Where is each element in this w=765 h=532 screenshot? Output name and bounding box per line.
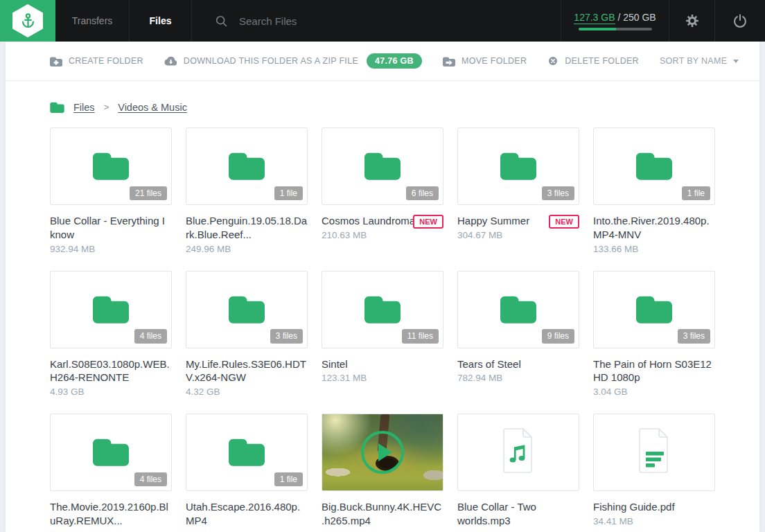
download-zip-button[interactable]: DOWNLOAD THIS FOLDER AS A ZIP FILE 47.76…: [164, 53, 422, 69]
file-name[interactable]: Fishing Guide.pdf: [593, 500, 715, 514]
file-meta: The Pain of Horn S03E12 HD 1080p 3.04 GB: [593, 357, 715, 398]
file-name[interactable]: Sintel: [322, 357, 443, 371]
storage-text: 127.3 GB / 250 GB: [574, 12, 656, 23]
settings-button[interactable]: [669, 0, 715, 42]
new-badge: NEW: [549, 215, 579, 229]
file-name[interactable]: The.Movie.2019.2160p.BluRay.REMUX...: [50, 500, 172, 528]
search-input[interactable]: [239, 15, 530, 27]
file-meta: Happy Summer NEW 304.67 MB: [457, 214, 579, 240]
file-name[interactable]: Blue.Penguin.19.05.18.Dark.Blue.Reef...: [186, 214, 308, 242]
folder-icon: [50, 101, 64, 113]
file-card[interactable]: 3 files: [593, 271, 715, 348]
file-count-badge: 4 files: [134, 329, 167, 343]
file-count-badge: 6 files: [406, 186, 439, 200]
file-count-badge: 9 files: [542, 329, 574, 343]
create-folder-label: CREATE FOLDER: [69, 56, 143, 66]
file-grid-item: 4 files The.Movie.2019.2160p.BluRay.REMU…: [50, 414, 172, 532]
storage-meter[interactable]: 127.3 GB / 250 GB: [561, 0, 669, 42]
move-folder-button[interactable]: MOVE FOLDER: [443, 56, 527, 66]
sort-label: SORT BY NAME: [660, 56, 727, 66]
file-size: 304.67 MB: [457, 230, 579, 240]
file-count-badge: 3 files: [678, 329, 710, 343]
anchor-icon: [19, 12, 37, 30]
file-card[interactable]: 4 files: [50, 271, 172, 348]
file-meta: Big.Buck.Bunny.4K.HEVC.h265.mp4: [322, 500, 443, 528]
content-container: CREATE FOLDER DOWNLOAD THIS FOLDER AS A …: [6, 42, 759, 532]
create-folder-button[interactable]: CREATE FOLDER: [50, 56, 143, 66]
file-meta: Cosmos Laundromat NEW 210.63 MB: [322, 214, 443, 240]
folder-icon: [229, 293, 265, 326]
file-card[interactable]: 9 files: [457, 271, 579, 348]
file-card[interactable]: [593, 414, 715, 491]
file-name[interactable]: Blue Collar - Two worlds.mp3: [457, 500, 579, 528]
file-name[interactable]: Karl.S08E03.1080p.WEB.H264-RENONTE: [50, 357, 172, 385]
file-name[interactable]: Utah.Escape.2016.480p.MP4: [186, 500, 308, 528]
file-size: 4.93 GB: [50, 387, 172, 397]
file-grid-item: Fishing Guide.pdf 34.41 MB: [593, 414, 715, 532]
file-card[interactable]: 3 files: [186, 271, 308, 348]
file-size: 782.94 MB: [457, 373, 579, 383]
delete-folder-label: DELETE FOLDER: [565, 56, 639, 66]
power-button[interactable]: [715, 0, 765, 42]
file-grid-item: Big.Buck.Bunny.4K.HEVC.h265.mp4: [322, 414, 443, 532]
file-name[interactable]: The Pain of Horn S03E12 HD 1080p: [593, 357, 715, 385]
storage-total: 250 GB: [623, 12, 656, 23]
file-name[interactable]: Big.Buck.Bunny.4K.HEVC.h265.mp4: [322, 500, 443, 528]
file-meta: Fishing Guide.pdf 34.41 MB: [593, 500, 715, 526]
breadcrumb-root-link[interactable]: Files: [73, 102, 95, 113]
file-name[interactable]: Blue Collar - Everything I know: [50, 214, 172, 242]
file-meta: Tears of Steel 782.94 MB: [457, 357, 579, 384]
file-card[interactable]: 11 files: [322, 271, 443, 348]
tab-transfers[interactable]: Transfers: [55, 0, 130, 42]
storage-used: 127.3 GB: [574, 12, 615, 24]
file-grid-item: 1 file Blue.Penguin.19.05.18.Dark.Blue.R…: [186, 127, 308, 254]
folder-icon: [229, 150, 265, 183]
file-meta: Sintel 123.31 MB: [322, 357, 443, 384]
file-meta: Utah.Escape.2016.480p.MP4 343.03 MB: [186, 500, 308, 532]
file-grid-item: 21 files Blue Collar - Everything I know…: [50, 127, 172, 254]
file-meta: Blue Collar - Everything I know 932.94 M…: [50, 214, 172, 254]
file-card[interactable]: 6 files: [322, 127, 443, 205]
file-meta: My.Life.Rules.S3E06.HDTV.x264-NGW 4.32 G…: [186, 357, 308, 398]
file-card[interactable]: 1 file: [593, 127, 715, 205]
file-meta: Blue Collar - Two worlds.mp3 6.63 MB: [457, 500, 579, 532]
file-count-badge: 3 files: [542, 186, 574, 200]
file-meta: Karl.S08E03.1080p.WEB.H264-RENONTE 4.93 …: [50, 357, 172, 398]
file-grid-item: 11 files Sintel 123.31 MB: [322, 271, 443, 398]
file-card[interactable]: 1 file: [186, 127, 308, 205]
file-name[interactable]: Tears of Steel: [457, 357, 579, 371]
file-name[interactable]: My.Life.Rules.S3E06.HDTV.x264-NGW: [186, 357, 308, 385]
play-icon: [361, 431, 404, 474]
move-folder-label: MOVE FOLDER: [461, 56, 527, 66]
pdf-file-icon: [635, 427, 673, 477]
file-card[interactable]: 3 files: [457, 127, 579, 205]
file-count-badge: 4 files: [134, 472, 167, 486]
folder-plus-icon: [50, 56, 62, 66]
power-icon: [732, 13, 748, 28]
sort-dropdown[interactable]: SORT BY NAME: [660, 56, 739, 66]
delete-folder-button[interactable]: DELETE FOLDER: [547, 55, 639, 66]
toolbar: CREATE FOLDER DOWNLOAD THIS FOLDER AS A …: [6, 42, 759, 81]
file-size: 3.04 GB: [593, 387, 715, 397]
folder-icon: [364, 293, 401, 326]
video-thumbnail: [322, 414, 443, 490]
file-size: 4.32 GB: [186, 387, 308, 397]
file-card[interactable]: [457, 414, 579, 491]
file-grid: 21 files Blue Collar - Everything I know…: [6, 113, 759, 532]
file-count-badge: 11 files: [402, 329, 439, 343]
cloud-download-icon: [164, 56, 177, 66]
file-count-badge: 1 file: [274, 472, 303, 486]
gear-icon: [685, 13, 700, 28]
file-name[interactable]: Into.the.River.2019.480p.MP4-MNV: [593, 214, 715, 242]
breadcrumb-current-link[interactable]: Videos & Music: [118, 102, 187, 113]
logo-hexagon: [12, 4, 43, 37]
file-card[interactable]: 4 files: [50, 414, 172, 491]
file-grid-item: 3 files The Pain of Horn S03E12 HD 1080p…: [593, 271, 715, 398]
tab-files[interactable]: Files: [130, 0, 192, 42]
search-bar: [192, 0, 561, 42]
app-logo[interactable]: [0, 0, 55, 42]
file-card[interactable]: 1 file: [186, 414, 308, 491]
file-card[interactable]: [322, 414, 443, 491]
file-card[interactable]: 21 files: [50, 127, 172, 205]
folder-icon: [636, 293, 672, 326]
